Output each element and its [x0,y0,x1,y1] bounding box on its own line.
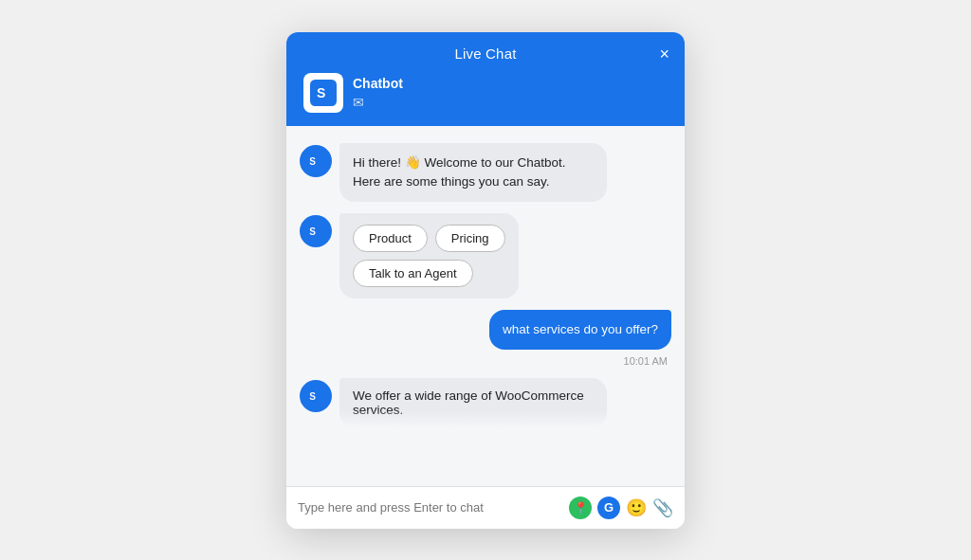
attach-icon[interactable]: 📎 [652,497,673,518]
bot-avatar-small-2: S [300,215,332,247]
chat-input[interactable] [298,497,561,518]
chat-body: S Hi there! 👋 Welcome to our Chatbot. He… [286,126,685,486]
svg-text:S: S [309,156,316,167]
bot-message-text-2: We offer a wide range of WooCommerce ser… [353,388,584,417]
bot-avatar-header: S [303,73,343,113]
email-icon: ✉ [353,95,403,110]
message-timestamp: 10:01 AM [300,355,668,367]
svg-text:S: S [309,226,316,237]
bot-avatar-small-1: S [300,145,332,177]
chat-footer: 📍 G 🙂 📎 [286,486,685,529]
close-button[interactable]: × [659,45,669,63]
bot-message-2: S We offer a wide range of WooCommerce s… [300,378,671,427]
bot-partial-bubble: We offer a wide range of WooCommerce ser… [339,378,607,427]
quick-reply-agent[interactable]: Talk to an Agent [353,260,473,287]
header-info: S Chatbot ✉ [303,73,403,113]
g-icon[interactable]: G [597,497,620,519]
emoji-icon[interactable]: 🙂 [626,497,647,518]
bot-avatar-small-3: S [300,380,332,412]
quick-reply-row-1: Product Pricing [353,225,505,252]
user-message-text-1: what services do you offer? [503,322,658,336]
quick-replies-container: S Product Pricing Talk to an Agent [300,213,671,298]
quick-reply-product[interactable]: Product [353,225,428,252]
footer-icons: 📍 G 🙂 📎 [569,497,673,519]
user-bubble-1: what services do you offer? [489,310,671,350]
svg-text:S: S [309,391,316,402]
header-name-email: Chatbot ✉ [353,76,403,110]
bot-bubble-1: Hi there! 👋 Welcome to our Chatbot. Here… [339,143,607,203]
quick-reply-row-2: Talk to an Agent [353,260,505,287]
chat-window: Live Chat × S Chatbot ✉ S [286,32,685,529]
user-message-1: what services do you offer? [300,310,671,350]
pin-icon[interactable]: 📍 [569,497,592,519]
chat-header: Live Chat × S Chatbot ✉ [286,32,685,126]
bot-message-text-1: Hi there! 👋 Welcome to our Chatbot. Here… [353,155,566,189]
quick-reply-pricing[interactable]: Pricing [435,225,505,252]
chat-title: Live Chat [454,45,516,62]
bot-name: Chatbot [353,76,403,91]
quick-replies-wrapper: Product Pricing Talk to an Agent [339,213,519,298]
bot-message-1: S Hi there! 👋 Welcome to our Chatbot. He… [300,143,671,203]
svg-text:S: S [317,85,325,100]
